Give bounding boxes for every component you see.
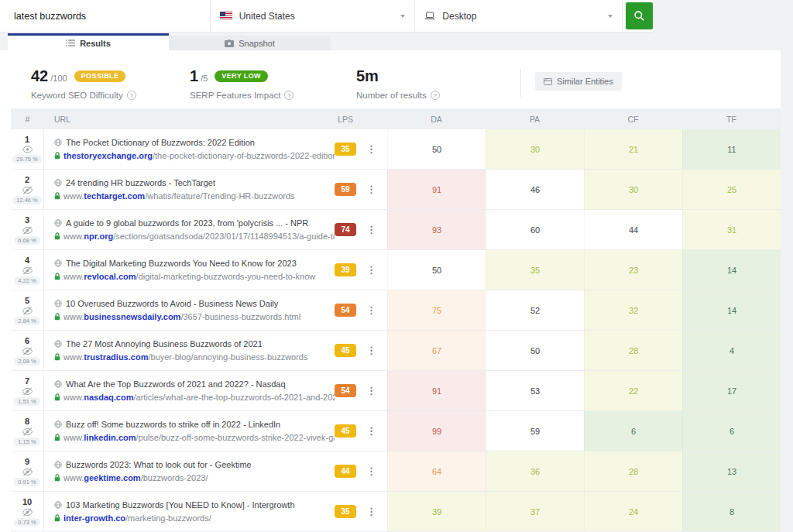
rank-number: 1 (25, 135, 29, 144)
result-url-link[interactable]: www.geektime.com/buzzwords-2023/ (54, 473, 335, 482)
row-menu-icon[interactable]: ⋮ (366, 224, 376, 235)
eye-off-icon (22, 266, 33, 275)
lock-icon (54, 474, 60, 482)
entities-icon (544, 78, 552, 85)
row-menu-icon[interactable]: ⋮ (366, 506, 376, 517)
globe-icon (54, 501, 62, 509)
row-menu-icon[interactable]: ⋮ (366, 465, 376, 477)
difficulty-max: /100 (50, 74, 67, 83)
url-cell: Buzzwords 2023: What to look out for - G… (44, 451, 387, 492)
result-url-link[interactable]: www.techtarget.com/whatis/feature/Trendi… (54, 191, 335, 201)
result-url-link[interactable]: thestoryexchange.org/the-pocket-dictiona… (54, 151, 335, 160)
da-cell: 50 (387, 250, 486, 290)
laptop-icon (424, 12, 435, 20)
result-url-link[interactable]: www.linkedin.com/pulse/buzz-off-some-buz… (54, 433, 335, 442)
lock-icon (54, 353, 60, 361)
globe-icon (54, 380, 62, 388)
rank-number: 8 (25, 417, 29, 426)
result-url-link[interactable]: www.npr.org/sections/goatsandsoda/2023/0… (54, 232, 335, 241)
similar-entities-button[interactable]: Similar Entities (535, 72, 622, 91)
cf-cell: 28 (584, 451, 682, 492)
result-title: 10 Overused Buzzwords to Avoid - Busines… (54, 299, 335, 308)
pa-cell: 36 (486, 451, 584, 492)
row-menu-icon[interactable]: ⋮ (366, 385, 376, 396)
results-count-label: Number of results (356, 91, 427, 100)
eye-icon (22, 146, 33, 153)
list-icon (66, 39, 75, 46)
result-title: A guide to 9 global buzzwords for 2023, … (54, 218, 335, 228)
traffic-share-badge: 0.91 % (14, 478, 39, 486)
row-menu-icon[interactable]: ⋮ (366, 425, 376, 437)
lock-icon (54, 434, 60, 441)
header-lps: LPS (338, 115, 353, 124)
da-cell: 50 (387, 129, 486, 170)
similar-entities-label: Similar Entities (557, 77, 613, 86)
header-tf: TF (682, 115, 781, 124)
traffic-share-badge: 29.75 % (12, 155, 42, 163)
rank-number: 6 (25, 336, 29, 345)
cf-cell: 24 (584, 492, 682, 532)
divider (520, 69, 521, 97)
rank-cell: 3 6.68 % (11, 210, 44, 250)
row-menu-icon[interactable]: ⋮ (366, 264, 376, 276)
globe-icon (54, 139, 62, 146)
table-row: 9 0.91 % Buzzwords 2023: (11, 451, 781, 492)
table-row: 4 4.22 % The Digital Mar (11, 250, 781, 290)
url-cell: The 27 Most Annoying Business Buzzwords … (44, 331, 387, 371)
tf-cell: 14 (682, 290, 781, 331)
url-cell: 10 Overused Buzzwords to Avoid - Busines… (44, 290, 387, 331)
globe-icon (54, 340, 62, 348)
device-select[interactable]: Desktop (415, 0, 623, 32)
lps-badge: 54 (335, 384, 356, 397)
table-row: 6 2.08 % The 27 Most Ann (11, 331, 781, 371)
da-cell: 99 (387, 411, 486, 451)
search-button[interactable] (626, 2, 653, 29)
keyword-input[interactable] (0, 0, 210, 32)
result-url-link[interactable]: www.revlocal.com/digital-marketing-buzzw… (54, 272, 335, 281)
results-count-stat: 5m Number of results ? (356, 67, 520, 100)
result-url-link[interactable]: www.businessnewsdaily.com/3657-business-… (54, 312, 335, 321)
pa-cell: 53 (486, 371, 584, 411)
tf-cell: 8 (682, 492, 781, 532)
cf-cell: 44 (584, 210, 682, 250)
pa-cell: 46 (486, 170, 584, 210)
url-cell: Buzz off! Some buzzwords to strike off i… (44, 411, 387, 451)
result-url-link[interactable]: www.nasdaq.com/articles/what-are-the-top… (54, 393, 335, 402)
tf-cell: 14 (682, 250, 781, 290)
tab-results[interactable]: Results (8, 33, 169, 50)
help-icon[interactable]: ? (284, 91, 294, 100)
tab-snapshot[interactable]: Snapshot (169, 36, 331, 50)
row-menu-icon[interactable]: ⋮ (366, 184, 376, 195)
lock-icon (54, 192, 60, 200)
globe-icon (54, 420, 62, 428)
result-url-link[interactable]: inter-growth.co/marketing-buzzwords/ (54, 513, 335, 523)
header-rank: # (11, 115, 44, 124)
lock-icon (54, 393, 60, 401)
camera-icon (225, 39, 234, 47)
da-cell: 91 (387, 170, 486, 210)
help-icon[interactable]: ? (127, 91, 136, 100)
rank-number: 10 (22, 497, 32, 506)
cf-cell: 23 (584, 250, 682, 290)
cf-cell: 6 (584, 411, 682, 451)
tf-cell: 31 (682, 210, 781, 250)
traffic-share-badge: 2.84 % (14, 317, 39, 325)
lock-icon (54, 232, 60, 240)
help-icon[interactable]: ? (431, 91, 440, 100)
row-menu-icon[interactable]: ⋮ (366, 345, 376, 356)
lock-icon (54, 514, 60, 522)
row-menu-icon[interactable]: ⋮ (366, 143, 376, 155)
pa-cell: 35 (486, 250, 584, 290)
eye-off-icon (22, 226, 33, 235)
country-select[interactable]: United States (211, 0, 416, 32)
rank-number: 4 (25, 256, 29, 265)
row-menu-icon[interactable]: ⋮ (366, 304, 376, 316)
result-url-link[interactable]: www.trustradius.com/buyer-blog/annoying-… (54, 352, 335, 362)
pa-cell: 59 (486, 411, 584, 451)
result-title: What Are the Top Buzzwords of 2021 and 2… (54, 379, 335, 389)
url-cell: 24 trending HR buzzwords - TechTarget ww… (44, 170, 387, 210)
result-title: The Digital Marketing Buzzwords You Need… (54, 259, 335, 268)
lps-badge: 45 (335, 424, 356, 438)
tf-cell: 17 (682, 371, 781, 411)
result-title: Buzz off! Some buzzwords to strike off i… (54, 420, 335, 429)
